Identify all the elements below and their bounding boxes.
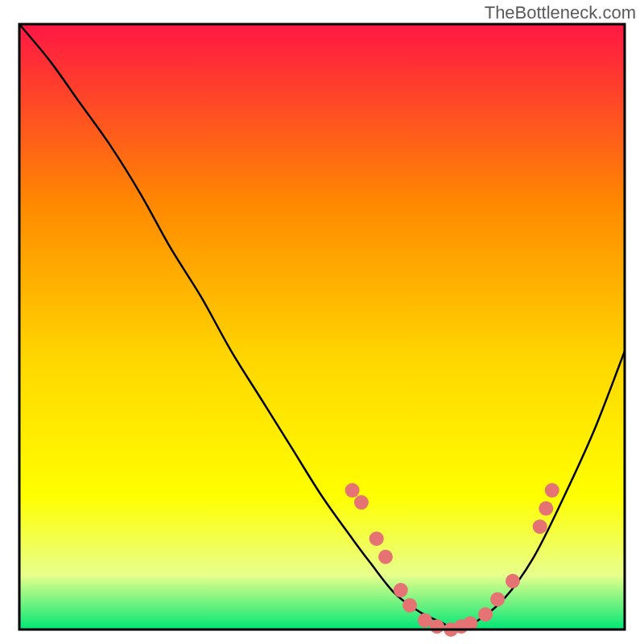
data-point: [378, 550, 393, 564]
data-point: [430, 619, 444, 634]
data-point: [539, 502, 553, 516]
data-point: [345, 483, 360, 497]
chart-container: TheBottleneck.com: [0, 0, 644, 644]
data-point: [394, 583, 408, 597]
data-point: [533, 519, 547, 534]
data-point: [369, 531, 384, 546]
data-point: [354, 495, 369, 510]
data-point: [478, 607, 493, 621]
data-point: [490, 592, 505, 606]
data-point: [402, 598, 417, 613]
plot-background: [19, 24, 625, 630]
data-point: [545, 483, 559, 497]
chart-svg: [0, 0, 644, 644]
watermark-label: TheBottleneck.com: [485, 2, 636, 23]
data-point: [506, 574, 520, 588]
